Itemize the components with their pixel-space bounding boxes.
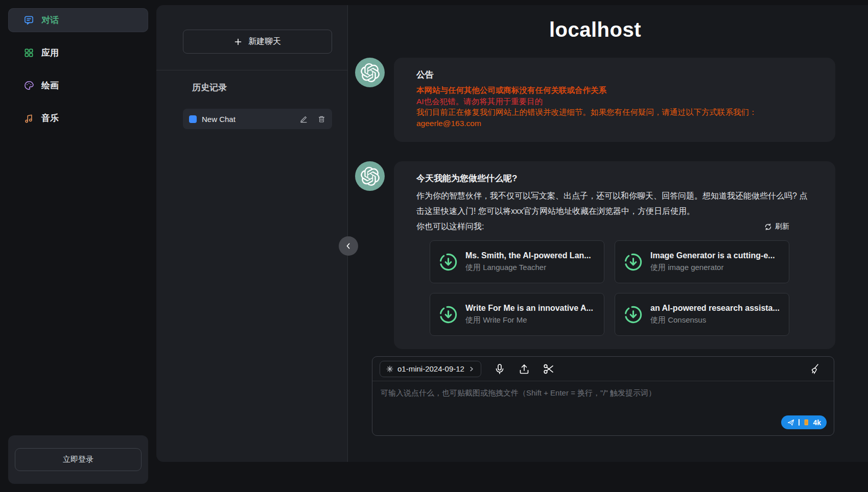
suggestion-card[interactable]: Image Generator is a cutting-e... 使用 ima…	[615, 240, 789, 283]
openai-logo-icon	[361, 167, 380, 186]
broom-icon[interactable]	[808, 363, 820, 375]
announcement-line: 本网站与任何其他公司或商标没有任何关联或合作关系	[416, 85, 813, 96]
message-input[interactable]	[372, 381, 834, 435]
sidebar: 对话 应用 绘画	[0, 0, 156, 492]
sparkle-icon	[386, 365, 393, 373]
chat-color-swatch	[189, 115, 197, 123]
composer: o1-mini-2024-09-12	[372, 356, 834, 436]
sidebar-item-label: 音乐	[41, 112, 59, 124]
announcement-line: AI也会犯错。请勿将其用于重要目的	[416, 96, 813, 107]
suggestion-subtitle: 使用 Language Teacher	[465, 263, 591, 273]
sidebar-item-label: 绘画	[41, 80, 59, 91]
chat-list-panel: 新建聊天 历史记录 New Chat	[156, 5, 348, 462]
app: 对话 应用 绘画	[0, 0, 868, 492]
sidebar-item-music[interactable]: 音乐	[8, 106, 148, 130]
suggestion-title: Write For Me is an innovative A...	[465, 304, 593, 313]
message-welcome: 今天我能为您做些什么呢? 作为你的智慧伙伴，我不仅可以写文案、出点子，还可以和你…	[355, 161, 835, 349]
trash-icon[interactable]	[317, 115, 326, 124]
upload-icon[interactable]	[518, 363, 530, 375]
chat-bubble-icon	[24, 15, 34, 26]
suggestion-title: an AI-powered research assista...	[650, 304, 780, 313]
apps-grid-icon	[24, 47, 34, 58]
history-list-item[interactable]: New Chat	[183, 109, 332, 129]
ask-hint-row: 你也可以这样问我: 刷新	[416, 219, 813, 234]
suggestion-card[interactable]: an AI-powered research assista... 使用 Con…	[615, 293, 789, 336]
palette-icon	[24, 80, 34, 91]
download-circle-icon	[438, 252, 458, 272]
contact-email-link[interactable]: ageerle@163.com	[416, 118, 481, 129]
paper-plane-icon	[787, 419, 795, 427]
download-circle-icon	[623, 305, 643, 325]
model-name: o1-mini-2024-09-12	[397, 364, 464, 373]
sidebar-item-chat[interactable]: 对话	[8, 8, 148, 32]
history-section: 历史记录 New Chat	[156, 70, 347, 129]
main-container: 新建聊天 历史记录 New Chat	[156, 5, 868, 462]
scissors-icon[interactable]	[543, 363, 555, 375]
new-chat-label: 新建聊天	[248, 36, 281, 47]
assistant-avatar	[355, 58, 385, 87]
welcome-title: 今天我能为您做些什么呢?	[416, 173, 813, 184]
suggestion-card[interactable]: Write For Me is an innovative A... 使用 Wr…	[430, 293, 604, 336]
ask-hint: 你也可以这样问我:	[416, 219, 484, 234]
refresh-suggestions-button[interactable]: 刷新	[764, 222, 789, 231]
suggestion-subtitle: 使用 Consensus	[650, 315, 780, 325]
music-note-icon	[24, 113, 34, 124]
message-announcement: 公告 本网站与任何其他公司或商标没有任何关联或合作关系 AI也会犯错。请勿将其用…	[355, 58, 835, 142]
panel-collapse-handle[interactable]	[339, 236, 358, 256]
token-badge: 4k	[813, 419, 821, 427]
suggestion-card[interactable]: Ms. Smith, the AI-powered Lan... 使用 Lang…	[430, 240, 604, 283]
suggestion-subtitle: 使用 Write For Me	[465, 315, 593, 325]
announcement-line: 我们目前正在修复我们网站上的错误并改进细节。如果您有任何疑问，请通过以下方式联系…	[416, 107, 813, 118]
openai-logo-icon	[361, 63, 380, 82]
sidebar-item-label: 对话	[41, 14, 59, 26]
sidebar-item-label: 应用	[41, 47, 59, 59]
chat-list-header: 新建聊天	[156, 5, 347, 70]
chevron-right-icon	[468, 366, 475, 372]
plus-icon	[234, 38, 242, 46]
microphone-icon[interactable]	[494, 363, 506, 375]
composer-toolbar: o1-mini-2024-09-12	[372, 357, 834, 381]
login-card: 立即登录	[8, 435, 148, 484]
refresh-icon	[764, 223, 772, 231]
suggestion-subtitle: 使用 image generator	[650, 263, 775, 273]
chat-title: New Chat	[202, 115, 294, 124]
sidebar-item-apps[interactable]: 应用	[8, 41, 148, 65]
page-title: localhost	[355, 18, 835, 41]
history-title: 历史记录	[192, 82, 332, 93]
download-circle-icon	[438, 305, 458, 325]
download-circle-icon	[623, 252, 643, 272]
announcement-title: 公告	[416, 69, 813, 81]
new-chat-button[interactable]: 新建聊天	[183, 30, 332, 54]
coin-icon	[803, 419, 809, 426]
chat-main: localhost 公告 本网站与任何其他公司或商标没有任何关联或合作关系 AI…	[348, 5, 868, 462]
suggestion-grid: Ms. Smith, the AI-powered Lan... 使用 Lang…	[430, 240, 813, 336]
refresh-label: 刷新	[775, 222, 789, 231]
assistant-avatar	[355, 161, 385, 191]
divider	[799, 419, 800, 426]
sidebar-item-draw[interactable]: 绘画	[8, 73, 148, 97]
composer-body: 4k	[372, 381, 834, 435]
welcome-body: 作为你的智慧伙伴，我不仅可以写文案、出点子，还可以和你聊天、回答问题。想知道我还…	[416, 188, 813, 219]
chevron-left-icon	[344, 242, 353, 250]
edit-icon[interactable]	[299, 115, 308, 124]
message-bubble: 公告 本网站与任何其他公司或商标没有任何关联或合作关系 AI也会犯错。请勿将其用…	[394, 58, 835, 142]
send-button[interactable]: 4k	[781, 415, 827, 429]
suggestion-title: Image Generator is a cutting-e...	[650, 251, 775, 260]
suggestion-title: Ms. Smith, the AI-powered Lan...	[465, 251, 591, 260]
message-bubble: 今天我能为您做些什么呢? 作为你的智慧伙伴，我不仅可以写文案、出点子，还可以和你…	[394, 161, 835, 349]
model-selector[interactable]: o1-mini-2024-09-12	[380, 361, 481, 377]
login-button[interactable]: 立即登录	[15, 448, 142, 471]
